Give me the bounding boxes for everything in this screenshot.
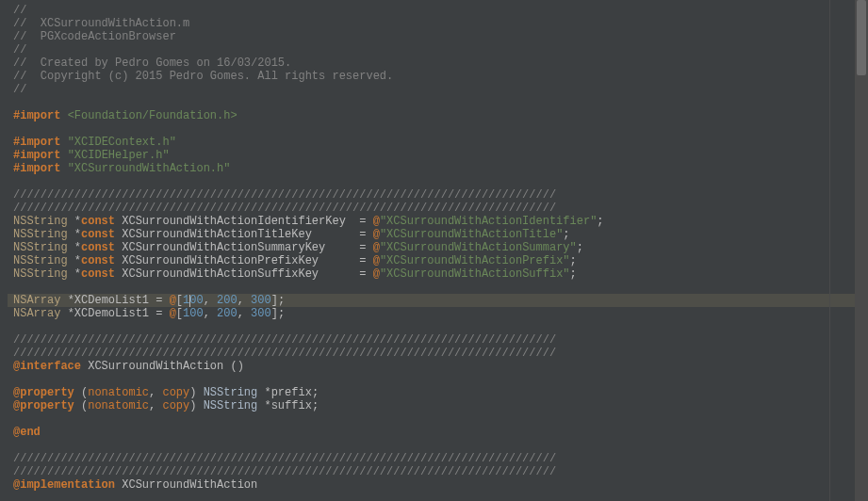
blank-line [13,320,862,333]
comment-line: // [13,43,862,57]
divider-line: ////////////////////////////////////////… [13,347,862,360]
demo-line-highlighted: NSArray *XCDemoList1 = @[100, 200, 300]; [8,294,868,307]
import-line: #import "XCIDEContext.h" [13,136,862,149]
end-line: @end [13,426,862,439]
property-line: @property (nonatomic, copy) NSString *su… [13,399,862,412]
const-line: NSString *const XCSurroundWithActionPref… [13,254,862,267]
vertical-scrollbar[interactable] [855,0,868,501]
import-line: #import "XCIDEHelper.h" [13,149,862,162]
import-line: #import "XCSurroundWithAction.h" [13,162,862,175]
divider-line: ////////////////////////////////////////… [13,452,862,465]
comment-line: // [13,83,862,96]
property-line: @property (nonatomic, copy) NSString *pr… [13,386,862,399]
margin-line [829,0,830,501]
scrollbar-thumb[interactable] [857,0,866,75]
import-line: #import <Foundation/Foundation.h> [13,109,862,122]
comment-line: // Copyright (c) 2015 Pedro Gomes. All r… [13,70,862,83]
blank-line [13,122,862,136]
comment-line: // PGXcodeActionBrowser [13,30,862,43]
const-line: NSString *const XCSurroundWithActionSuff… [13,267,862,281]
const-line: NSString *const XCSurroundWithActionIden… [13,215,862,228]
interface-line: @interface XCSurroundWithAction () [13,360,862,373]
blank-line [13,412,862,426]
divider-line: ////////////////////////////////////////… [13,202,862,215]
editor-container: // // XCSurroundWithAction.m // PGXcodeA… [0,0,868,501]
blank-line [13,175,862,188]
divider-line: ////////////////////////////////////////… [13,465,862,478]
implementation-line: @implementation XCSurroundWithAction [13,478,862,492]
blank-line [13,281,862,294]
const-line: NSString *const XCSurroundWithActionSumm… [13,241,862,254]
comment-line: // XCSurroundWithAction.m [13,17,862,30]
blank-line [13,439,862,452]
gutter [0,0,8,501]
const-line: NSString *const XCSurroundWithActionTitl… [13,228,862,241]
demo-line: NSArray *XCDemoList1 = @[100, 200, 300]; [13,307,862,320]
blank-line [13,96,862,109]
comment-line: // Created by Pedro Gomes on 16/03/2015. [13,57,862,70]
blank-line [13,373,862,386]
code-area[interactable]: // // XCSurroundWithAction.m // PGXcodeA… [8,0,868,501]
divider-line: ////////////////////////////////////////… [13,188,862,202]
divider-line: ////////////////////////////////////////… [13,333,862,347]
comment-line: // [13,4,862,17]
